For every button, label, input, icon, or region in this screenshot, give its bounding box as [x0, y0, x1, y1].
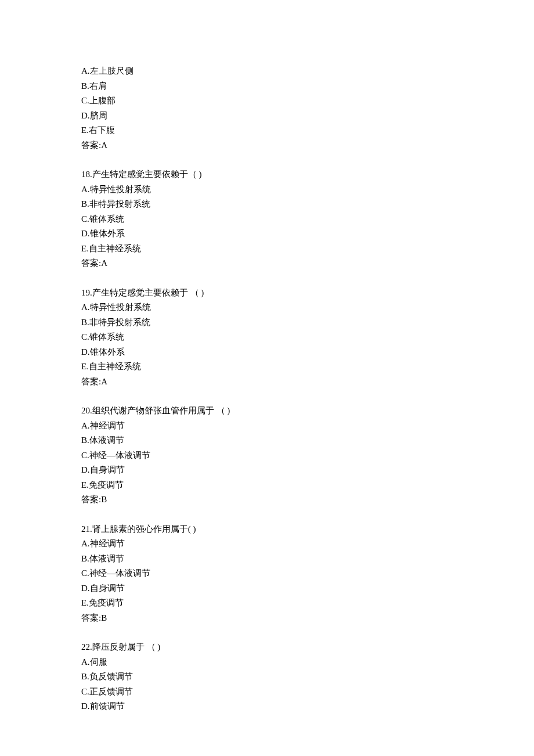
text-line: B.负反馈调节: [81, 669, 453, 685]
text-line: D.脐周: [81, 109, 453, 124]
text-line: 答案:B: [81, 611, 453, 626]
text-line: 21.肾上腺素的强心作用属于( ): [81, 522, 453, 537]
text-line: 18.产生特定感觉主要依赖于（ ): [81, 167, 453, 182]
text-line: A.伺服: [81, 655, 453, 670]
text-line: 22.降压反射属于 （ ): [81, 640, 453, 655]
text-line: A.神经调节: [81, 419, 453, 434]
question-block: 21.肾上腺素的强心作用属于( )A.神经调节B.体液调节C.神经—体液调节D.…: [81, 522, 453, 626]
question-block: A.左上肢尺侧B.右肩C.上腹部D.脐周E.右下腹答案:A: [81, 64, 453, 153]
text-line: E.自主神经系统: [81, 359, 453, 375]
text-line: E.免疫调节: [81, 478, 453, 493]
text-line: 19.产生特定感觉主要依赖于 （ ): [81, 286, 453, 301]
text-line: D.锥体外系: [81, 226, 453, 242]
text-line: 20.组织代谢产物舒张血管作用属于 （ ): [81, 404, 453, 419]
question-block: 18.产生特定感觉主要依赖于（ )A.特异性投射系统B.非特异投射系统C.锥体系…: [81, 167, 453, 271]
text-line: A.特异性投射系统: [81, 182, 453, 197]
text-line: E.右下腹: [81, 123, 453, 138]
text-line: 答案:A: [81, 256, 453, 271]
text-line: 答案:B: [81, 492, 453, 507]
text-line: C.上腹部: [81, 93, 453, 109]
text-line: E.免疫调节: [81, 596, 453, 611]
text-line: B.右肩: [81, 79, 453, 94]
text-line: 答案:A: [81, 138, 453, 153]
question-block: 19.产生特定感觉主要依赖于 （ )A.特异性投射系统B.非特异投射系统C.锥体…: [81, 286, 453, 390]
text-line: D.自身调节: [81, 581, 453, 596]
text-line: C.神经—体液调节: [81, 566, 453, 581]
question-block: 22.降压反射属于 （ )A.伺服B.负反馈调节C.正反馈调节D.前馈调节: [81, 640, 453, 714]
text-line: C.锥体系统: [81, 212, 453, 227]
text-line: A.神经调节: [81, 537, 453, 552]
text-line: B.非特异投射系统: [81, 315, 453, 330]
text-line: A.特异性投射系统: [81, 300, 453, 315]
text-line: D.自身调节: [81, 463, 453, 478]
text-line: A.左上肢尺侧: [81, 64, 453, 79]
text-line: C.神经—体液调节: [81, 448, 453, 463]
question-block: 20.组织代谢产物舒张血管作用属于 （ )A.神经调节B.体液调节C.神经—体液…: [81, 404, 453, 507]
text-line: E.自主神经系统: [81, 242, 453, 257]
text-line: 答案:A: [81, 375, 453, 390]
text-line: B.体液调节: [81, 433, 453, 448]
text-line: B.非特异投射系统: [81, 197, 453, 212]
text-line: C.正反馈调节: [81, 685, 453, 700]
text-line: D.锥体外系: [81, 345, 453, 360]
text-line: D.前馈调节: [81, 699, 453, 714]
text-line: B.体液调节: [81, 552, 453, 567]
text-line: C.锥体系统: [81, 330, 453, 345]
